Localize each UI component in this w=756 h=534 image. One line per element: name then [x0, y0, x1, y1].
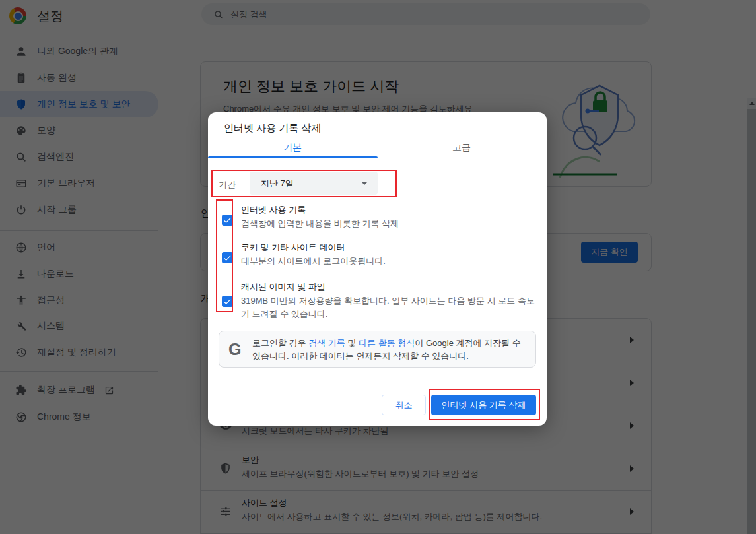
clear-browsing-data-dialog: 인터넷 사용 기록 삭제 기본 고급 기간 지난 7일 인터넷 사용 기록 검색… — [208, 112, 547, 426]
google-account-notice: G 로그인할 경우 검색 기록 및 다른 활동 형식이 Google 계정에 저… — [219, 331, 536, 368]
notice-prefix: 로그인할 경우 — [252, 338, 308, 348]
dialog-title: 인터넷 사용 기록 삭제 — [224, 122, 322, 135]
checkbox-browsing-history[interactable] — [222, 215, 233, 226]
other-activity-link[interactable]: 다른 활동 형식 — [359, 338, 415, 348]
time-range-label: 기간 — [219, 179, 236, 191]
time-range-value: 지난 7일 — [261, 178, 294, 189]
checkbox-cached-images[interactable] — [222, 296, 233, 307]
notice-text: 로그인할 경우 검색 기록 및 다른 활동 형식이 Google 계정에 저장될… — [252, 337, 530, 363]
checkbox-subtitle: 319MB 미만의 저장용량을 확보합니다. 일부 사이트는 다음 방문 시 로… — [241, 294, 539, 321]
google-g-icon: G — [228, 340, 241, 359]
tab-basic[interactable]: 기본 — [208, 139, 377, 158]
tab-advanced[interactable]: 고급 — [377, 139, 546, 158]
chevron-down-icon — [361, 182, 368, 185]
checkbox-title: 쿠키 및 기타 사이트 데이터 — [241, 242, 345, 253]
search-history-link[interactable]: 검색 기록 — [308, 338, 345, 348]
time-range-select[interactable]: 지난 7일 — [250, 172, 378, 195]
clear-data-button[interactable]: 인터넷 사용 기록 삭제 — [431, 395, 536, 415]
cancel-button[interactable]: 취소 — [382, 395, 426, 415]
checkbox-title: 인터넷 사용 기록 — [241, 204, 306, 216]
active-tab-underline — [208, 156, 378, 158]
checkbox-title: 캐시된 이미지 및 파일 — [241, 281, 326, 293]
checkbox-cookies[interactable] — [222, 252, 233, 263]
dialog-tabs: 기본 고급 — [208, 139, 547, 158]
checkbox-subtitle: 검색창에 입력한 내용을 비롯한 기록 삭제 — [241, 217, 399, 230]
checkbox-subtitle: 대부분의 사이트에서 로그아웃됩니다. — [241, 255, 386, 268]
notice-middle: 및 — [345, 338, 359, 348]
